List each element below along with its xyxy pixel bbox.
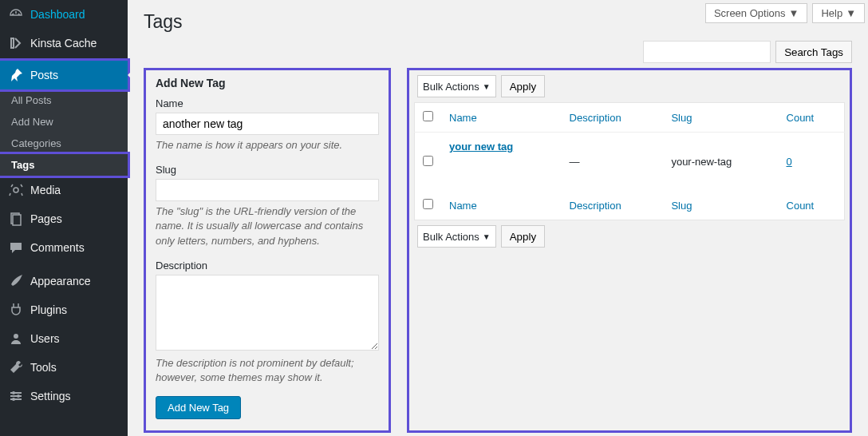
sidebar-item-posts[interactable]: Posts <box>0 58 130 92</box>
plugins-icon <box>8 302 24 318</box>
sidebar-item-media[interactable]: Media <box>0 176 128 204</box>
name-field[interactable] <box>156 113 379 135</box>
bulk-actions-select-top[interactable]: Bulk Actions ▼ <box>417 75 496 97</box>
sidebar-item-plugins[interactable]: Plugins <box>0 295 128 324</box>
chevron-down-icon: ▼ <box>483 82 491 91</box>
chevron-down-icon: ▼ <box>483 232 491 241</box>
admin-sidebar: Dashboard Kinsta Cache Posts All Posts A… <box>0 0 128 436</box>
col-slug[interactable]: Slug <box>663 191 778 220</box>
description-description: The description is not prominent by defa… <box>156 356 379 385</box>
sidebar-label: Appearance <box>30 275 91 287</box>
kinsta-icon <box>8 35 24 51</box>
sidebar-item-add-new[interactable]: Add New <box>0 111 128 133</box>
col-name[interactable]: Name <box>441 103 562 133</box>
sidebar-item-tools[interactable]: Tools <box>0 353 128 382</box>
tag-count-link[interactable]: 0 <box>787 156 792 168</box>
description-label: Description <box>156 260 379 272</box>
pages-icon <box>8 211 24 227</box>
col-description[interactable]: Description <box>562 103 664 133</box>
svg-point-8 <box>17 394 20 398</box>
sidebar-item-kinsta-cache[interactable]: Kinsta Cache <box>0 29 128 57</box>
search-input[interactable] <box>643 41 771 63</box>
bulk-actions-select-bottom[interactable]: Bulk Actions ▼ <box>417 225 496 248</box>
table-row: your new tag — your-new-tag 0 <box>415 133 845 192</box>
sidebar-label: Media <box>30 184 61 196</box>
comments-icon <box>8 240 24 256</box>
tags-table: Name Description Slug Count your new tag… <box>414 102 845 220</box>
slug-label: Slug <box>156 164 379 176</box>
svg-point-0 <box>14 188 18 192</box>
users-icon <box>8 331 24 347</box>
row-checkbox[interactable] <box>423 156 433 166</box>
chevron-down-icon: ▼ <box>789 7 799 19</box>
col-count[interactable]: Count <box>779 191 845 220</box>
sidebar-label: Kinsta Cache <box>30 37 97 50</box>
media-icon <box>8 182 24 198</box>
content-area: Screen Options ▼ Help ▼ Tags Search Tags… <box>128 0 868 436</box>
svg-rect-2 <box>13 215 21 225</box>
sidebar-item-dashboard[interactable]: Dashboard <box>0 0 128 29</box>
sidebar-item-settings[interactable]: Settings <box>0 382 128 410</box>
slug-description: The "slug" is the URL-friendly version o… <box>156 204 379 248</box>
posts-submenu: All Posts Add New Categories Tags <box>0 89 128 178</box>
sidebar-item-appearance[interactable]: Appearance <box>0 267 128 295</box>
bulk-actions-label: Bulk Actions <box>423 231 479 243</box>
sidebar-label: Comments <box>30 241 85 254</box>
dashboard-icon <box>8 6 24 22</box>
col-name[interactable]: Name <box>441 191 562 220</box>
settings-icon <box>8 388 24 404</box>
sidebar-item-pages[interactable]: Pages <box>0 204 128 233</box>
sidebar-label: Posts <box>30 69 58 81</box>
select-all-checkbox-bottom[interactable] <box>423 199 433 209</box>
appearance-icon <box>8 273 24 289</box>
tag-slug-cell: your-new-tag <box>663 133 778 192</box>
add-new-tag-button[interactable]: Add New Tag <box>156 396 241 419</box>
slug-field[interactable] <box>156 179 379 201</box>
help-label: Help <box>821 7 842 19</box>
svg-point-3 <box>14 334 18 339</box>
sidebar-item-tags[interactable]: Tags <box>0 152 130 178</box>
bulk-actions-label: Bulk Actions <box>423 81 479 93</box>
name-description: The name is how it appears on your site. <box>156 138 379 153</box>
select-all-checkbox-top[interactable] <box>423 111 433 121</box>
tag-description-cell: — <box>562 133 664 192</box>
help-button[interactable]: Help ▼ <box>812 3 865 23</box>
col-count[interactable]: Count <box>779 103 845 133</box>
pin-icon <box>8 67 24 83</box>
sidebar-label: Plugins <box>30 303 67 316</box>
tools-icon <box>8 359 24 375</box>
svg-point-9 <box>12 398 15 401</box>
sidebar-item-comments[interactable]: Comments <box>0 233 128 262</box>
apply-button-bottom[interactable]: Apply <box>501 225 545 248</box>
screen-options-button[interactable]: Screen Options ▼ <box>705 3 807 23</box>
col-description[interactable]: Description <box>562 191 664 220</box>
sidebar-label: Tools <box>30 361 57 374</box>
tag-name-link[interactable]: your new tag <box>449 141 513 153</box>
form-heading: Add New Tag <box>156 77 379 89</box>
sidebar-label: Users <box>30 332 60 345</box>
apply-button-top[interactable]: Apply <box>501 75 545 97</box>
add-tag-form: Add New Tag Name The name is how it appe… <box>144 68 391 433</box>
tags-list-panel: Bulk Actions ▼ Apply Name Description Sl… <box>407 68 852 433</box>
sidebar-item-categories[interactable]: Categories <box>0 133 128 154</box>
chevron-down-icon: ▼ <box>846 7 856 19</box>
screen-options-label: Screen Options <box>714 7 786 19</box>
search-tags-button[interactable]: Search Tags <box>775 41 852 63</box>
sidebar-item-users[interactable]: Users <box>0 324 128 353</box>
description-field[interactable] <box>156 275 379 351</box>
col-slug[interactable]: Slug <box>663 103 778 133</box>
sidebar-item-all-posts[interactable]: All Posts <box>0 89 128 111</box>
sidebar-label: Dashboard <box>30 8 85 21</box>
sidebar-label: Settings <box>30 390 71 402</box>
sidebar-label: Pages <box>30 212 62 225</box>
name-label: Name <box>156 97 379 109</box>
svg-point-7 <box>12 391 15 394</box>
